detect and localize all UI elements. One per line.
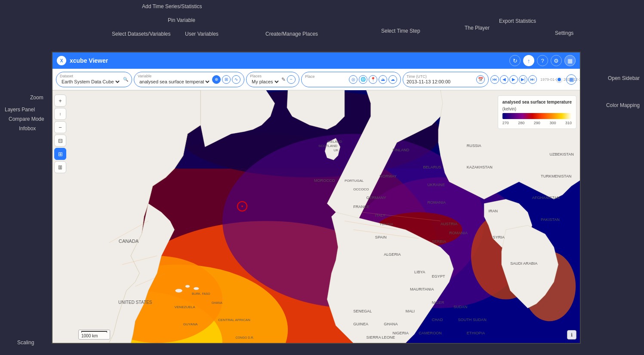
calendar-button[interactable]: 📅 (476, 75, 485, 84)
svg-text:ETHIOPIA: ETHIOPIA (467, 331, 485, 335)
scale-bar: 1000 km (78, 330, 110, 340)
svg-text:UZBEKISTAN: UZBEKISTAN (549, 152, 574, 156)
svg-text:SYRIA: SYRIA (493, 235, 505, 239)
skip-end-button[interactable]: ⏭ (528, 75, 537, 84)
zoom-out-button[interactable]: − (54, 121, 66, 133)
viewer-logo: X (57, 56, 66, 65)
svg-text:GHANA: GHANA (212, 301, 222, 305)
variable-label: Variable (138, 74, 211, 78)
zoom-widget[interactable]: ↕ (54, 108, 66, 120)
legend-bar (502, 113, 572, 119)
svg-text:OCCOCO: OCCOCO (353, 187, 369, 191)
dataset-group: Dataset Earth System Data Cube 🔍 (56, 72, 132, 87)
svg-text:MALI: MALI (406, 309, 415, 313)
help-button[interactable]: ? (537, 55, 548, 66)
place-label: Place (305, 74, 348, 79)
create-manage-places-label: Create/Manage Places (265, 31, 318, 37)
svg-text:CAMEROON: CAMEROON (419, 331, 442, 335)
play-button[interactable]: ▶ (509, 75, 518, 84)
svg-text:ITALY: ITALY (375, 213, 385, 217)
svg-text:GERMANY: GERMANY (367, 196, 386, 200)
globe-button[interactable]: 🌐 (359, 75, 367, 84)
svg-text:IRAN: IRAN (488, 209, 498, 213)
compare-mode-button[interactable]: ⊞ (54, 148, 66, 160)
svg-text:IRELAND: IRELAND (327, 140, 342, 144)
scale-label: 1000 km (81, 334, 98, 338)
legend-ticks: 270 280 290 300 310 (502, 121, 572, 125)
svg-text:TUNISIA: TUNISIA (379, 222, 394, 226)
svg-text:RUSSIA: RUSSIA (467, 144, 482, 148)
svg-text:GUINEA: GUINEA (353, 322, 369, 326)
refresh-button[interactable]: ↻ (509, 55, 521, 66)
marker-button[interactable]: 📍 (369, 75, 377, 84)
time-group: Time (UTC) 📅 (403, 72, 489, 87)
select-time-step-label: Select Time Step (381, 28, 420, 34)
svg-text:SAUDI ARABIA: SAUDI ARABIA (510, 261, 538, 266)
legend-unit: (kelvin) (502, 107, 572, 111)
svg-text:EGYPT: EGYPT (432, 274, 445, 278)
layers-panel-label: Layers Panel (5, 107, 35, 113)
svg-text:LIBYA: LIBYA (414, 270, 425, 274)
svg-text:FINLAND: FINLAND (392, 148, 409, 152)
time-label: Time (UTC) (407, 74, 475, 79)
gps-button[interactable]: ◎ (349, 75, 357, 84)
time-input[interactable] (407, 79, 462, 84)
svg-text:BURK. FASO: BURK. FASO (192, 292, 210, 296)
viewer-title: xcube Viewer (70, 57, 506, 64)
svg-text:TURKMENISTAN: TURKMENISTAN (541, 174, 571, 178)
title-bar-icons: ↻ ↑ ? ⚙ ▦ (509, 55, 576, 66)
select-datasets-label: Select Datasets/Variables (112, 31, 171, 37)
viewer-container: X xcube Viewer ↻ ↑ ? ⚙ ▦ Dataset Earth S… (52, 52, 581, 344)
cloud-place-button[interactable]: ☁ (388, 75, 397, 84)
grid-view-button[interactable]: ⊞ (222, 75, 231, 84)
svg-text:UK: UK (334, 148, 339, 152)
variable-select[interactable]: analysed sea surface temperature (138, 79, 211, 85)
sidebar-open-button[interactable]: ▦ (566, 74, 576, 85)
svg-text:SIERRA LEONE: SIERRA LEONE (367, 335, 395, 340)
infobox-button[interactable]: 🗏 (54, 161, 66, 173)
svg-text:UKRAINE: UKRAINE (428, 183, 445, 187)
dataset-select[interactable]: Earth System Data Cube (60, 79, 121, 85)
next-button[interactable]: ▶| (519, 75, 527, 84)
svg-text:AUSTRIA: AUSTRIA (441, 222, 458, 226)
svg-text:SCOTLAND: SCOTLAND (318, 144, 337, 148)
mountain-button[interactable]: ⛰ (379, 75, 387, 84)
svg-text:CANADA: CANADA (119, 239, 139, 244)
svg-text:SENEGAL: SENEGAL (353, 309, 372, 313)
svg-text:AFGHANISTAN: AFGHANISTAN (532, 196, 560, 200)
svg-text:NORWAY: NORWAY (379, 174, 397, 178)
svg-text:ROMANIA: ROMANIA (428, 200, 446, 205)
prev-button[interactable]: ◀ (500, 75, 508, 84)
svg-text:ALGERIA: ALGERIA (384, 252, 401, 257)
upload-button[interactable]: ↑ (523, 55, 534, 66)
places-select[interactable]: My places (250, 79, 280, 85)
time-slider-container: 1979-01-05 2018-12-31 (539, 77, 564, 82)
place-input[interactable] (305, 79, 348, 84)
svg-text:GHANA: GHANA (384, 322, 398, 326)
svg-text:MAURITANIA: MAURITANIA (410, 287, 434, 291)
settings-gear-button[interactable]: ⚙ (551, 55, 562, 66)
svg-text:FRANCE: FRANCE (353, 205, 369, 209)
zoom-in-button[interactable]: + (54, 95, 66, 107)
places-label: Places (250, 74, 280, 78)
legend-title: analysed sea surface temperature (502, 99, 572, 105)
skip-start-button[interactable]: ⏮ (490, 75, 499, 84)
map-area[interactable]: CANADA UNITED STATES MEXICO NORWAY FINLA… (52, 90, 580, 343)
scaling-label: Scaling (17, 340, 34, 346)
compare-mode-label: Compare Mode (9, 116, 44, 122)
sidebar-toggle-button[interactable]: ▦ (564, 55, 576, 66)
toolbar: Dataset Earth System Data Cube 🔍 Variabl… (52, 69, 580, 90)
svg-text:NIGERIA: NIGERIA (392, 331, 409, 335)
time-slider-thumb (557, 77, 562, 82)
user-variables-button[interactable]: ∿ (232, 75, 240, 84)
edit-place-icon[interactable]: ✎ (281, 77, 286, 83)
info-button[interactable]: ℹ (567, 330, 576, 340)
layers-panel-button[interactable]: ⊟ (54, 135, 66, 147)
places-group: Places My places ✎ − (246, 72, 299, 87)
svg-text:SUDAN: SUDAN (453, 305, 467, 309)
the-player-label: The Player (465, 25, 490, 31)
svg-text:PORTUGAL: PORTUGAL (345, 179, 364, 183)
add-timeseries-button[interactable]: ⊕ (212, 75, 221, 84)
remove-place-button[interactable]: − (287, 75, 296, 84)
svg-text:BELARUS: BELARUS (423, 165, 441, 169)
